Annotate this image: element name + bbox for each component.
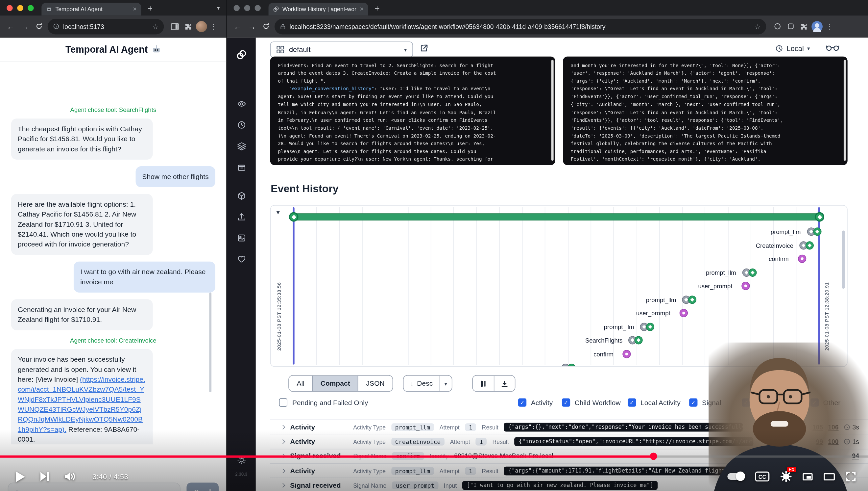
temporal-logo-icon[interactable] xyxy=(234,48,249,62)
result-payload-panel[interactable]: and month you're interested in for the e… xyxy=(563,57,847,165)
event-result-chip[interactable]: {"args":{"amount":1710.91,"flightDetails… xyxy=(504,466,730,475)
invoice-link[interactable]: (https://invoice.stripe.com/i/acct_1NBOL… xyxy=(18,376,145,433)
reload-button[interactable] xyxy=(32,23,45,30)
code-scrollbar[interactable] xyxy=(844,60,846,161)
zoom-window-icon[interactable] xyxy=(254,5,261,11)
workflow-start-marker[interactable] xyxy=(289,212,299,222)
checkbox-checked[interactable]: ✓ xyxy=(810,399,819,407)
extension-icon-1[interactable] xyxy=(771,23,784,30)
traffic-lights[interactable] xyxy=(7,5,34,11)
nav-import-icon[interactable] xyxy=(234,209,249,224)
nav-schedules-icon[interactable] xyxy=(234,117,249,132)
timeline-event-markers-prompt_llm[interactable] xyxy=(743,268,755,277)
filter-checkbox-local-activity[interactable]: ✓Local Activity xyxy=(628,399,680,407)
download-button[interactable] xyxy=(494,376,515,391)
namespace-select[interactable]: default ▾ xyxy=(270,41,413,58)
timeline-event-markers-prompt_llm[interactable] xyxy=(562,363,575,367)
timeline-event-markers-user_prompt[interactable] xyxy=(681,309,687,317)
bookmark-star-icon[interactable]: ☆ xyxy=(152,22,158,30)
new-tab-button[interactable]: + xyxy=(148,3,153,12)
open-in-new-icon[interactable] xyxy=(420,44,428,53)
checkbox-checked[interactable]: ✓ xyxy=(518,399,526,407)
nav-nexus-icon[interactable] xyxy=(234,188,249,203)
expand-chevron-icon[interactable] xyxy=(280,425,284,429)
filter-checkbox-signal[interactable]: ✓Signal xyxy=(689,399,721,407)
sort-chevron-icon[interactable]: ▾ xyxy=(440,376,452,391)
filter-checkbox-other[interactable]: ✓Other xyxy=(810,399,840,407)
close-window-icon[interactable] xyxy=(234,5,240,11)
timeline-scrollbar[interactable] xyxy=(842,230,845,289)
workflow-end-marker[interactable] xyxy=(815,212,824,222)
event-id-link[interactable]: 94 xyxy=(852,453,860,459)
extensions-puzzle-icon[interactable] xyxy=(182,22,195,30)
timeline-collapse-icon[interactable]: ▾ xyxy=(276,208,280,216)
address-bar[interactable]: localhost:5173 ☆ xyxy=(48,19,164,34)
nav-batch-icon[interactable] xyxy=(234,160,249,174)
chat-scrollbar[interactable] xyxy=(209,293,211,392)
profile-avatar[interactable] xyxy=(810,21,824,32)
extensions-puzzle-icon[interactable] xyxy=(797,22,810,30)
expand-chevron-icon[interactable] xyxy=(280,439,284,443)
side-panel-icon[interactable] xyxy=(168,23,182,30)
timeline-event-markers-prompt_llm[interactable] xyxy=(808,227,820,236)
minimize-window-icon[interactable] xyxy=(17,5,23,11)
tab-workflow-history[interactable]: Workflow History | agent-wor × xyxy=(269,3,368,16)
message-input[interactable] xyxy=(8,483,181,491)
browser-menu-icon[interactable]: ⋮ xyxy=(208,22,219,30)
filter-checkbox-child-workflow[interactable]: ✓Child Workflow xyxy=(562,399,621,407)
sort-order-button[interactable]: ↓Desc ▾ xyxy=(403,375,452,392)
reload-button[interactable] xyxy=(259,23,272,30)
tab-close-icon[interactable]: × xyxy=(133,6,137,12)
zoom-window-icon[interactable] xyxy=(28,5,34,11)
close-window-icon[interactable] xyxy=(7,5,13,11)
back-button[interactable]: ← xyxy=(3,22,18,31)
timeline-event-markers-CreateInvoice[interactable] xyxy=(801,241,813,249)
event-row[interactable]: Signal receivedSignal Nameuser_promptInp… xyxy=(270,478,868,491)
timeline-event-markers-user_prompt[interactable] xyxy=(743,282,749,290)
view-tab-compact[interactable]: Compact xyxy=(313,376,359,391)
view-tab-json[interactable]: JSON xyxy=(359,376,392,391)
pause-button[interactable] xyxy=(473,376,494,391)
timeline-event-markers-confirm[interactable] xyxy=(799,255,805,263)
expand-chevron-icon[interactable] xyxy=(280,469,284,473)
filter-checkbox-timer[interactable]: ✓Timer xyxy=(742,399,772,407)
event-id-link[interactable]: 105 xyxy=(812,424,823,430)
nav-archival-icon[interactable] xyxy=(234,230,249,245)
event-row[interactable]: ActivityActivity TypeCreateInvoiceAttemp… xyxy=(270,434,868,449)
checkbox-checked[interactable]: ✓ xyxy=(562,399,570,407)
expand-chevron-icon[interactable] xyxy=(280,483,284,487)
new-tab-button[interactable]: + xyxy=(375,3,380,12)
checkbox-checked[interactable]: ✓ xyxy=(689,399,698,407)
event-id-link[interactable]: 100 xyxy=(828,438,838,445)
event-row[interactable]: ActivityActivity Typeprompt_llmAttempt1R… xyxy=(270,463,868,478)
forward-button[interactable]: → xyxy=(18,22,32,31)
tab-temporal-ai-agent[interactable]: Temporal AI Agent × xyxy=(41,3,141,16)
profile-avatar[interactable] xyxy=(195,21,208,32)
checkbox-unchecked[interactable] xyxy=(279,399,287,407)
timeline-event-markers-prompt_llm[interactable] xyxy=(683,295,695,304)
event-id-link[interactable]: 99 xyxy=(816,438,823,445)
event-row[interactable]: ActivityActivity Typeprompt_llmAttempt1R… xyxy=(270,420,868,434)
bookmark-star-icon[interactable]: ☆ xyxy=(754,22,761,30)
address-bar[interactable]: localhost:8233/namespaces/default/workfl… xyxy=(275,19,766,34)
event-row[interactable]: Signal receivedSignal NameconfirmIdentit… xyxy=(270,449,868,463)
theme-toggle-sun-icon[interactable] xyxy=(234,453,249,467)
minimize-window-icon[interactable] xyxy=(244,5,250,11)
event-result-chip[interactable]: ["I want to go with air new zealand. Ple… xyxy=(462,481,658,490)
send-button[interactable]: Send xyxy=(186,483,219,491)
filter-checkbox-activity[interactable]: ✓Activity xyxy=(518,399,553,407)
tab-search-icon[interactable]: ▾ xyxy=(217,5,220,11)
checkbox-checked[interactable]: ✓ xyxy=(628,399,636,407)
site-info-icon[interactable] xyxy=(53,23,60,30)
back-button[interactable]: ← xyxy=(230,22,245,31)
tab-close-icon[interactable]: × xyxy=(360,6,364,12)
nav-workflows-icon[interactable] xyxy=(234,96,249,111)
forward-button[interactable]: → xyxy=(245,22,259,31)
browser-menu-icon[interactable]: ⋮ xyxy=(824,22,835,30)
event-id-link[interactable]: 106 xyxy=(828,424,838,430)
timeline-event-markers-confirm[interactable] xyxy=(624,350,630,358)
extension-icon-2[interactable] xyxy=(784,23,797,30)
workflow-duration-bar[interactable] xyxy=(293,213,819,221)
expand-chevron-icon[interactable] xyxy=(280,454,284,458)
nav-feedback-heart-icon[interactable] xyxy=(234,252,249,266)
